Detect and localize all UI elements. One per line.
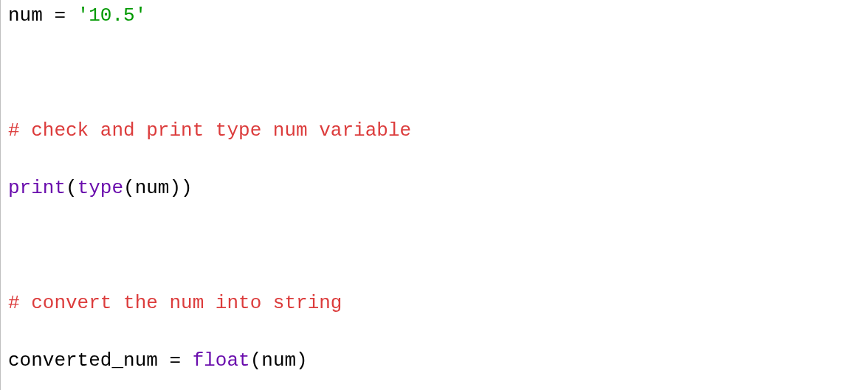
code-editor[interactable]: num = '10.5' # check and print type num … [0, 0, 868, 390]
builtin-type: type [78, 177, 123, 199]
paren: ( [66, 177, 78, 199]
string-literal: '10.5' [66, 4, 146, 27]
code-line: num = '10.5' [8, 1, 864, 30]
variable-name: converted_num [8, 349, 169, 372]
space [181, 349, 193, 372]
builtin-float: float [193, 349, 250, 372]
comment: # check and print type num variable [8, 119, 411, 142]
code-line: print(type(num)) [8, 174, 864, 203]
code-line: # convert the num into string [8, 289, 864, 318]
builtin-print: print [8, 177, 66, 199]
comment: # convert the num into string [8, 292, 342, 314]
operator-assign: = [54, 4, 66, 27]
code-block: num = '10.5' # check and print type num … [8, 1, 864, 390]
code-line-blank [8, 231, 864, 260]
variable-name: num [8, 4, 54, 27]
paren-arg: (num) [250, 349, 308, 372]
paren-arg: (num)) [123, 177, 193, 199]
code-line: # check and print type num variable [8, 116, 864, 145]
code-line-blank [8, 59, 864, 88]
operator-assign: = [169, 349, 181, 372]
code-line: converted_num = float(num) [8, 347, 864, 375]
